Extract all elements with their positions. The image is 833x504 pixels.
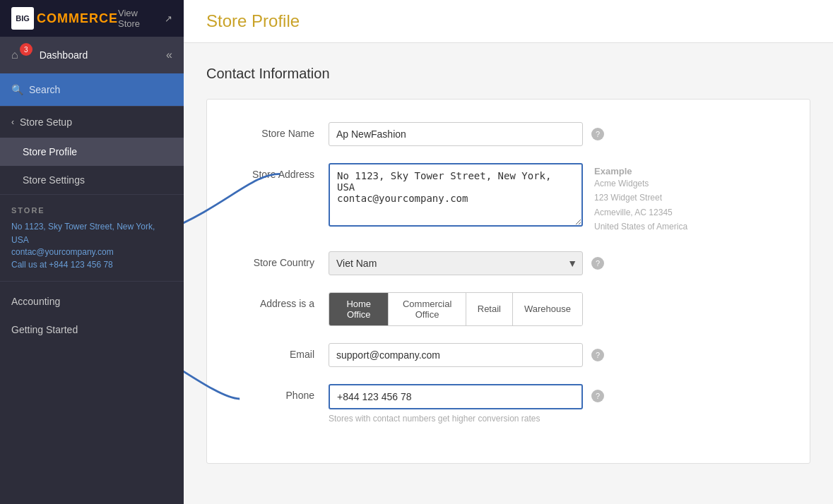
store-name-field (329, 122, 583, 146)
dashboard-label: Dashboard (40, 49, 88, 61)
address-type-row: Address is a Home Office Commercial Offi… (230, 292, 787, 326)
phone-help: ? (591, 384, 604, 402)
store-setup-header[interactable]: ‹ Store Setup (0, 106, 184, 138)
email-field (329, 343, 583, 367)
store-address: No 1123, Sky Tower Street, New York, USA (11, 220, 172, 247)
sidebar-item-store-profile[interactable]: Store Profile (0, 138, 184, 166)
content-area: Contact Information Store Name ? Store A… (184, 43, 833, 486)
store-setup-section: ‹ Store Setup Store Profile Store Settin… (0, 106, 184, 194)
page-header: Store Profile (184, 0, 833, 43)
store-email: contac@yourcompany.com (11, 247, 172, 257)
country-select-wrapper: Viet Nam United States United Kingdom Au… (329, 251, 583, 275)
store-country-select[interactable]: Viet Nam United States United Kingdom Au… (329, 251, 583, 275)
help-icon-country[interactable]: ? (591, 257, 604, 270)
btn-commercial-office[interactable]: Commercial Office (389, 293, 466, 325)
btn-home-office[interactable]: Home Office (329, 293, 389, 325)
logo: BIG COMMERCE (11, 7, 118, 30)
expand-arrow-icon: ‹ (11, 117, 14, 127)
store-info-section: STORE No 1123, Sky Tower Street, New Yor… (0, 194, 184, 282)
email-row: Email ? (230, 343, 787, 367)
logo-icon: BIG (11, 7, 34, 30)
example-box: Example Acme Widgets 123 Widget Street A… (594, 163, 687, 234)
store-address-textarea[interactable]: No 1123, Sky Tower Street, New York, USA… (329, 163, 583, 227)
store-address-row: Store Address No 1123, Sky Tower Street,… (230, 163, 787, 234)
logo-text: COMMERCE (37, 11, 118, 26)
store-section-label: STORE (11, 206, 172, 215)
email-input[interactable] (329, 343, 583, 367)
btn-retail[interactable]: Retail (466, 293, 513, 325)
sidebar: BIG COMMERCE View Store ↗ ⌂ 3 Dashboard … (0, 0, 184, 504)
phone-field: Stores with contact numbers get higher c… (329, 384, 583, 424)
phone-row: Phone Stores with contact numbers get hi… (230, 384, 787, 424)
store-phone: Call us at +844 123 456 78 (11, 260, 172, 270)
home-icon: ⌂ (11, 49, 18, 61)
btn-warehouse[interactable]: Warehouse (513, 293, 582, 325)
email-label: Email (230, 343, 329, 360)
help-icon[interactable]: ? (591, 128, 604, 140)
address-type-label: Address is a (230, 292, 329, 309)
email-help: ? (591, 343, 604, 361)
section-title: Contact Information (206, 66, 810, 82)
store-country-field: Viet Nam United States United Kingdom Au… (329, 251, 583, 275)
phone-label: Phone (230, 384, 329, 401)
store-address-label: Store Address (230, 163, 329, 180)
store-name-label: Store Name (230, 122, 329, 139)
page-title: Store Profile (206, 11, 300, 31)
search-bar[interactable]: 🔍 (0, 73, 184, 106)
main-content: Store Profile Contact Information Store … (184, 0, 833, 504)
address-type-btn-group: Home Office Commercial Office Retail War… (329, 292, 583, 326)
sidebar-item-store-settings[interactable]: Store Settings (0, 166, 184, 194)
search-input[interactable] (29, 84, 172, 95)
bottom-nav: Accounting Getting Started (0, 287, 184, 344)
phone-hint: Stores with contact numbers get higher c… (329, 414, 583, 424)
help-icon-phone[interactable]: ? (591, 390, 604, 402)
dashboard-inner[interactable]: ⌂ 3 Dashboard (11, 49, 88, 61)
external-link-icon: ↗ (165, 13, 172, 24)
dashboard-badge: 3 (20, 43, 33, 56)
sidebar-item-accounting[interactable]: Accounting (0, 287, 184, 316)
dashboard-row: ⌂ 3 Dashboard « (0, 37, 184, 73)
store-country-label: Store Country (230, 251, 329, 268)
form-card: Store Name ? Store Address No 1123, Sky … (206, 99, 810, 464)
sidebar-item-getting-started[interactable]: Getting Started (0, 316, 184, 344)
store-setup-label: Store Setup (20, 116, 72, 128)
sidebar-header: BIG COMMERCE View Store ↗ (0, 0, 184, 37)
store-name-input[interactable] (329, 122, 583, 146)
store-address-field: No 1123, Sky Tower Street, New York, USA… (329, 163, 583, 229)
address-type-field: Home Office Commercial Office Retail War… (329, 292, 583, 326)
country-help: ? (591, 251, 604, 270)
phone-input[interactable] (329, 384, 583, 409)
collapse-button[interactable]: « (166, 49, 172, 61)
help-icon-email[interactable]: ? (591, 349, 604, 361)
store-name-row: Store Name ? (230, 122, 787, 146)
store-country-row: Store Country Viet Nam United States Uni… (230, 251, 787, 275)
view-store-link[interactable]: View Store ↗ (118, 8, 172, 29)
search-icon: 🔍 (11, 84, 23, 95)
store-name-help: ? (591, 122, 604, 140)
